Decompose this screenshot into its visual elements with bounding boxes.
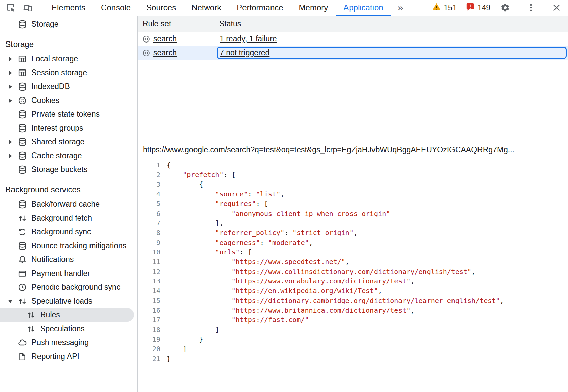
tab-console[interactable]: Console xyxy=(93,0,138,16)
tab-application[interactable]: Application xyxy=(336,0,391,16)
devtools-window: ElementsConsoleSourcesNetworkPerformance… xyxy=(0,0,568,392)
line-number[interactable]: 7 xyxy=(138,218,166,228)
sidebar-item-reporting-api[interactable]: Reporting API xyxy=(0,349,137,363)
error-icon xyxy=(466,2,475,13)
settings-gear-icon[interactable] xyxy=(499,2,511,14)
sidebar: StorageStorageLocal storageSession stora… xyxy=(0,16,138,392)
devtools-toolbar: ElementsConsoleSourcesNetworkPerformance… xyxy=(0,0,568,16)
database-icon xyxy=(18,200,27,209)
tree-expander-collapsed-icon[interactable] xyxy=(5,82,16,92)
line-number[interactable]: 19 xyxy=(138,335,166,344)
errors-badge[interactable]: 149 xyxy=(466,2,490,13)
sidebar-item-label: Back/forward cache xyxy=(31,200,100,209)
sidebar-item-storage-buckets[interactable]: Storage buckets xyxy=(0,163,137,176)
clock-icon xyxy=(18,283,27,292)
status-cell[interactable]: 1 ready, 1 failure xyxy=(216,32,568,46)
cookie-icon xyxy=(18,96,27,105)
sidebar-item-label: Storage xyxy=(31,20,59,29)
warnings-badge[interactable]: 151 xyxy=(432,2,457,13)
sidebar-item-push-messaging[interactable]: Push messaging xyxy=(0,336,137,349)
rule-set-link[interactable]: search xyxy=(153,34,177,44)
tab-network[interactable]: Network xyxy=(184,0,229,16)
code-text: "requires": [ xyxy=(166,199,268,209)
line-number[interactable]: 9 xyxy=(138,238,166,248)
code-line: 20 ] xyxy=(138,344,568,354)
rule-set-cell: search xyxy=(138,46,216,60)
line-number[interactable]: 18 xyxy=(138,325,166,335)
sidebar-item-back-forward-cache[interactable]: Back/forward cache xyxy=(0,197,137,211)
line-number[interactable]: 17 xyxy=(138,315,166,325)
kebab-menu-icon[interactable] xyxy=(525,2,537,14)
line-number[interactable]: 4 xyxy=(138,189,166,199)
expander-spacer xyxy=(5,352,16,362)
tab-elements[interactable]: Elements xyxy=(44,0,93,16)
tab-memory[interactable]: Memory xyxy=(291,0,336,16)
sidebar-item-periodic-background-sync[interactable]: Periodic background sync xyxy=(0,280,137,294)
sidebar-item-label: Background sync xyxy=(31,227,91,236)
line-number[interactable]: 10 xyxy=(138,247,166,257)
line-number[interactable]: 15 xyxy=(138,296,166,306)
status-link[interactable]: 1 ready, 1 failure xyxy=(220,34,277,44)
more-tabs-icon[interactable]: » xyxy=(393,0,408,15)
code-line: 2 "prefetch": [ xyxy=(138,170,568,180)
line-number[interactable]: 2 xyxy=(138,170,166,180)
line-number[interactable]: 8 xyxy=(138,228,166,238)
line-number[interactable]: 5 xyxy=(138,199,166,209)
code-text: { xyxy=(166,160,171,170)
line-number[interactable]: 13 xyxy=(138,276,166,286)
sidebar-item-indexeddb[interactable]: IndexedDB xyxy=(0,80,137,93)
sidebar-item-background-fetch[interactable]: Background fetch xyxy=(0,211,137,225)
sidebar-item-speculations[interactable]: Speculations xyxy=(0,322,137,336)
sidebar-item-notifications[interactable]: Notifications xyxy=(0,253,137,267)
inspect-icon[interactable] xyxy=(5,2,17,14)
code-line: 19 } xyxy=(138,335,568,344)
tab-performance[interactable]: Performance xyxy=(229,0,291,16)
expander-spacer xyxy=(5,227,16,237)
close-icon[interactable] xyxy=(550,2,563,14)
database-icon xyxy=(18,165,27,174)
table-row[interactable]: search1 ready, 1 failure xyxy=(138,32,568,46)
sidebar-item-payment-handler[interactable]: Payment handler xyxy=(0,267,137,280)
sidebar-item-interest-groups[interactable]: Interest groups xyxy=(0,121,137,135)
sidebar-item-local-storage[interactable]: Local storage xyxy=(0,52,137,66)
sidebar-item-cookies[interactable]: Cookies xyxy=(0,93,137,107)
table-row[interactable]: search7 not triggered xyxy=(138,46,568,60)
toolbar-right: 151 149 xyxy=(432,2,568,14)
sidebar-item-rules[interactable]: Rules xyxy=(0,308,134,322)
code-text: "https://www.speedtest.net/", xyxy=(166,257,350,267)
line-number[interactable]: 14 xyxy=(138,286,166,296)
tree-expander-collapsed-icon[interactable] xyxy=(5,54,16,64)
tree-expander-collapsed-icon[interactable] xyxy=(5,137,16,147)
code-line: 16 "https://www.britannica.com/dictionar… xyxy=(138,306,568,315)
line-number[interactable]: 1 xyxy=(138,160,166,170)
line-number[interactable]: 3 xyxy=(138,179,166,189)
line-number[interactable]: 6 xyxy=(138,209,166,219)
sidebar-item-label: Interest groups xyxy=(31,123,83,133)
line-number[interactable]: 20 xyxy=(138,344,166,354)
sidebar-item-storage[interactable]: Storage xyxy=(0,17,137,31)
tree-expander-collapsed-icon[interactable] xyxy=(5,68,16,78)
code-viewer: 1{2 "prefetch": [3 {4 "source": "list",5… xyxy=(138,159,568,392)
sidebar-item-shared-storage[interactable]: Shared storage xyxy=(0,135,137,149)
sidebar-item-label: Periodic background sync xyxy=(31,283,120,292)
tree-expander-expanded-icon[interactable] xyxy=(5,296,16,306)
code-line: 15 "https://dictionary.cambridge.org/dic… xyxy=(138,296,568,306)
line-number[interactable]: 12 xyxy=(138,267,166,277)
rule-set-link[interactable]: search xyxy=(153,48,177,57)
sidebar-item-session-storage[interactable]: Session storage xyxy=(0,66,137,80)
sidebar-item-bounce-tracking-mitigations[interactable]: Bounce tracking mitigations xyxy=(0,239,137,253)
line-number[interactable]: 11 xyxy=(138,257,166,267)
sidebar-item-background-sync[interactable]: Background sync xyxy=(0,225,137,239)
sidebar-item-cache-storage[interactable]: Cache storage xyxy=(0,149,137,163)
tab-sources[interactable]: Sources xyxy=(138,0,184,16)
tree-expander-collapsed-icon[interactable] xyxy=(5,151,16,161)
database-icon xyxy=(18,20,27,29)
line-number[interactable]: 21 xyxy=(138,354,166,364)
status-cell[interactable]: 7 not triggered xyxy=(216,46,568,60)
tree-expander-collapsed-icon[interactable] xyxy=(5,95,16,106)
line-number[interactable]: 16 xyxy=(138,306,166,315)
status-link[interactable]: 7 not triggered xyxy=(220,48,269,57)
sidebar-item-speculative-loads[interactable]: Speculative loads xyxy=(0,294,137,308)
sidebar-item-private-state-tokens[interactable]: Private state tokens xyxy=(0,107,137,121)
device-toolbar-icon[interactable] xyxy=(22,2,34,14)
